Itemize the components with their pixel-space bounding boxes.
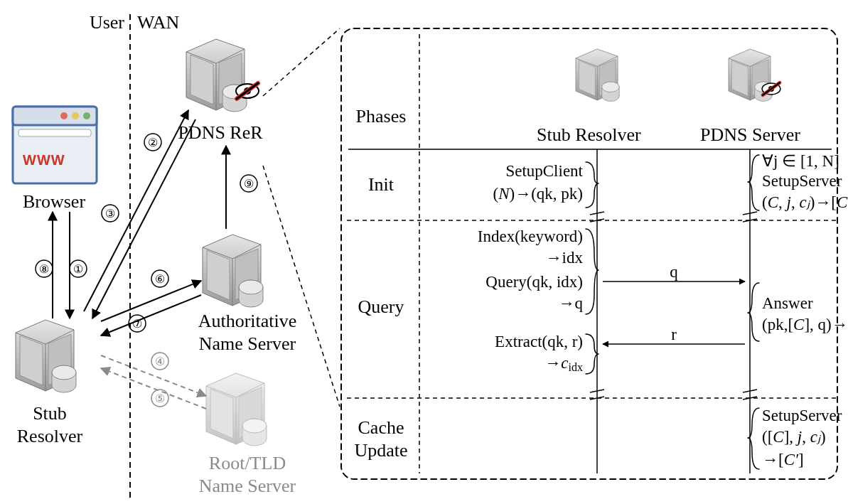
svg-point-12 bbox=[83, 112, 90, 119]
init-client-l2: (N)→(qk, pk) bbox=[493, 185, 584, 203]
root-label1: Root/TLD bbox=[209, 453, 286, 473]
q4: →q bbox=[559, 294, 584, 312]
hdr-pdns: PDNS Server bbox=[700, 124, 800, 145]
init-server-l0: ∀j ∈ [1, N] bbox=[762, 152, 839, 170]
init-server-l2: (C, j, cⱼ)→[C′] bbox=[762, 193, 848, 211]
init-client-l1: SetupClient bbox=[505, 162, 583, 180]
hdr-pdns-eye-icon bbox=[762, 82, 780, 95]
step-6: ⑥ bbox=[155, 273, 165, 285]
init-server-l1: SetupServer bbox=[762, 172, 842, 190]
auth-server-icon bbox=[203, 235, 263, 307]
auth-label1: Authoritative bbox=[198, 311, 297, 331]
q1: Index(keyword) bbox=[478, 227, 583, 245]
step-5: ⑤ bbox=[155, 392, 165, 404]
ans-l2: (pk,[C], q)→r bbox=[762, 316, 848, 333]
auth-label2: Name Server bbox=[199, 333, 296, 354]
step-7: ⑦ bbox=[132, 318, 142, 330]
cache-l3: →[C′] bbox=[762, 451, 804, 468]
ans-l1: Answer bbox=[762, 294, 813, 312]
svg-point-11 bbox=[72, 112, 79, 119]
q5: Extract(qk, r) bbox=[495, 333, 583, 350]
cache-l1: SetupServer bbox=[762, 407, 842, 424]
q3: Query(qk, idx) bbox=[485, 273, 583, 291]
pdns-label: PDNS ReR bbox=[178, 122, 263, 143]
root-server-icon bbox=[206, 373, 267, 446]
browser-node: WWW bbox=[13, 107, 97, 183]
browser-label: Browser bbox=[23, 191, 85, 212]
step-9: ⑨ bbox=[244, 178, 254, 190]
stub-label2: Resolver bbox=[17, 426, 83, 446]
step-3: ③ bbox=[105, 208, 115, 220]
q6: →cidx bbox=[544, 354, 583, 373]
stub-label1: Stub bbox=[33, 403, 67, 424]
cache-l2: ([C], j, cⱼ) bbox=[762, 428, 826, 446]
arrow-2 bbox=[84, 110, 188, 311]
hdr-stub-icon bbox=[576, 49, 619, 101]
pdns-eye-icon bbox=[236, 83, 259, 99]
arrow-4 bbox=[101, 355, 206, 396]
step-4: ④ bbox=[155, 355, 165, 368]
browser-www: WWW bbox=[23, 152, 65, 168]
phase-cache1: Cache bbox=[358, 417, 404, 438]
phase-query: Query bbox=[358, 296, 404, 317]
phase-init: Init bbox=[368, 174, 395, 195]
root-label2: Name Server bbox=[199, 476, 296, 496]
svg-point-10 bbox=[60, 112, 68, 119]
region-user-label: User bbox=[90, 12, 124, 33]
step-1: ① bbox=[73, 263, 83, 275]
q2: →idx bbox=[546, 249, 584, 267]
stub-resolver-icon bbox=[16, 320, 76, 392]
hdr-phases: Phases bbox=[356, 106, 407, 127]
zoom-line-top bbox=[263, 28, 340, 96]
arrow-5 bbox=[101, 368, 206, 409]
label-r: r bbox=[671, 326, 677, 343]
phase-cache2: Update bbox=[354, 440, 407, 461]
step-8: ⑧ bbox=[39, 263, 49, 275]
zoom-line-bottom bbox=[263, 166, 340, 407]
hdr-stub: Stub Resolver bbox=[537, 124, 641, 145]
label-q: q bbox=[670, 263, 678, 281]
step-2: ② bbox=[148, 136, 158, 149]
region-wan-label: WAN bbox=[137, 12, 179, 33]
svg-rect-13 bbox=[18, 129, 91, 136]
